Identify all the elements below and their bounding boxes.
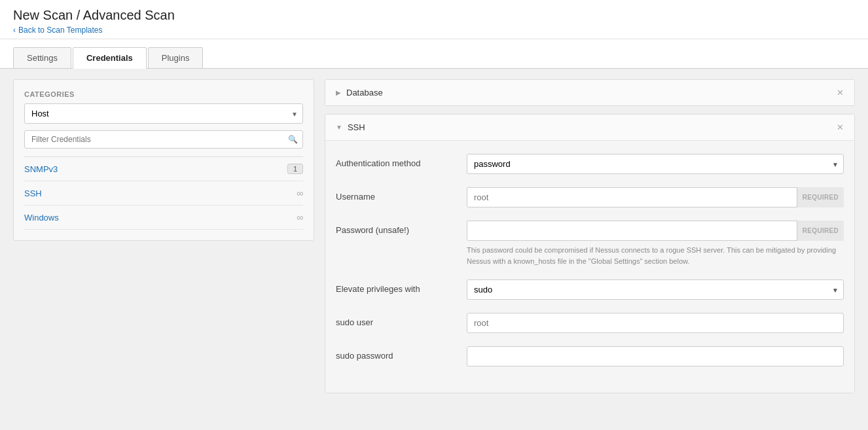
- form-row-auth-method: Authentication method password public ke…: [336, 154, 844, 174]
- credential-item-ssh[interactable]: SSH ∞: [24, 181, 303, 206]
- credential-name-ssh: SSH: [24, 188, 42, 198]
- accordion-ssh-title: SSH: [348, 122, 365, 132]
- elevate-label: Elevate privileges with: [336, 279, 467, 294]
- categories-label: CATEGORIES: [24, 90, 303, 98]
- credential-badge-snmpv3: 1: [287, 164, 303, 174]
- auth-method-control: password public key certificate Kerberos…: [467, 154, 844, 174]
- chevron-right-icon: ▶: [336, 89, 341, 96]
- tab-credentials[interactable]: Credentials: [73, 47, 147, 69]
- main-content: CATEGORIES Host Network Database ▼ 🔍 SNM…: [0, 69, 868, 430]
- password-input[interactable]: [467, 221, 844, 241]
- sudo-user-label: sudo user: [336, 313, 467, 327]
- auth-method-label: Authentication method: [336, 154, 467, 168]
- page-header: New Scan / Advanced Scan ‹ Back to Scan …: [0, 0, 868, 39]
- credential-name-windows: Windows: [24, 213, 59, 223]
- username-required-badge: REQUIRED: [797, 187, 844, 207]
- password-control: REQUIRED This password could be compromi…: [467, 221, 844, 266]
- credential-name-snmpv3: SNMPv3: [24, 164, 58, 174]
- left-panel: CATEGORIES Host Network Database ▼ 🔍 SNM…: [13, 79, 314, 423]
- form-row-sudo-password: sudo password: [336, 346, 844, 367]
- accordion-ssh-body: Authentication method password public ke…: [325, 140, 854, 393]
- accordion-database-header[interactable]: ▶ Database ✕: [325, 80, 854, 105]
- accordion-database-title: Database: [346, 88, 383, 98]
- accordion-database: ▶ Database ✕: [325, 79, 855, 106]
- page-title: New Scan / Advanced Scan: [13, 8, 855, 23]
- credential-badge-ssh: ∞: [297, 188, 303, 198]
- category-select-wrapper: Host Network Database ▼: [24, 103, 303, 124]
- tab-settings[interactable]: Settings: [13, 47, 71, 68]
- tab-plugins[interactable]: Plugins: [148, 47, 204, 68]
- sudo-password-control: [467, 346, 844, 367]
- sudo-password-input[interactable]: [467, 346, 844, 367]
- back-link[interactable]: ‹ Back to Scan Templates: [13, 26, 103, 35]
- accordion-ssh-header[interactable]: ▼ SSH ✕: [325, 115, 854, 140]
- username-label: Username: [336, 187, 467, 202]
- credential-badge-windows: ∞: [297, 212, 303, 223]
- left-panel-inner: CATEGORIES Host Network Database ▼ 🔍 SNM…: [13, 79, 314, 241]
- accordion-ssh-close-icon[interactable]: ✕: [837, 122, 844, 132]
- auth-method-select[interactable]: password public key certificate Kerberos: [467, 154, 844, 174]
- chevron-down-icon: ▼: [336, 124, 342, 131]
- sudo-user-control: [467, 313, 844, 333]
- password-label: Password (unsafe!): [336, 221, 467, 235]
- username-input[interactable]: [467, 187, 844, 207]
- accordion-ssh: ▼ SSH ✕ Authentication method password p…: [325, 114, 855, 393]
- tabs-bar: Settings Credentials Plugins: [0, 47, 868, 69]
- chevron-left-icon: ‹: [13, 26, 16, 35]
- username-control: REQUIRED: [467, 187, 844, 207]
- form-row-elevate: Elevate privileges with sudo su sudo su …: [336, 279, 844, 300]
- sudo-password-label: sudo password: [336, 346, 467, 361]
- back-link-label: Back to Scan Templates: [18, 26, 103, 35]
- sudo-user-input[interactable]: [467, 313, 844, 333]
- category-select[interactable]: Host Network Database: [24, 103, 303, 124]
- credential-item-windows[interactable]: Windows ∞: [24, 206, 303, 230]
- credential-list: SNMPv3 1 SSH ∞ Windows ∞: [24, 156, 303, 230]
- password-required-badge: REQUIRED: [797, 221, 844, 241]
- search-icon: 🔍: [288, 135, 298, 144]
- elevate-select[interactable]: sudo su sudo su pbrun dzdo: [467, 279, 844, 300]
- password-hint-text: This password could be compromised if Ne…: [467, 245, 844, 266]
- form-row-sudo-user: sudo user: [336, 313, 844, 333]
- filter-credentials-input[interactable]: [24, 130, 303, 149]
- accordion-database-close-icon[interactable]: ✕: [837, 88, 844, 98]
- form-row-username: Username REQUIRED: [336, 187, 844, 207]
- form-row-password: Password (unsafe!) REQUIRED This passwor…: [336, 221, 844, 266]
- filter-wrapper: 🔍: [24, 130, 303, 149]
- elevate-control: sudo su sudo su pbrun dzdo ▼: [467, 279, 844, 300]
- right-panel: ▶ Database ✕ ▼ SSH ✕ Authentication meth…: [325, 79, 855, 423]
- credential-item-snmpv3[interactable]: SNMPv3 1: [24, 157, 303, 181]
